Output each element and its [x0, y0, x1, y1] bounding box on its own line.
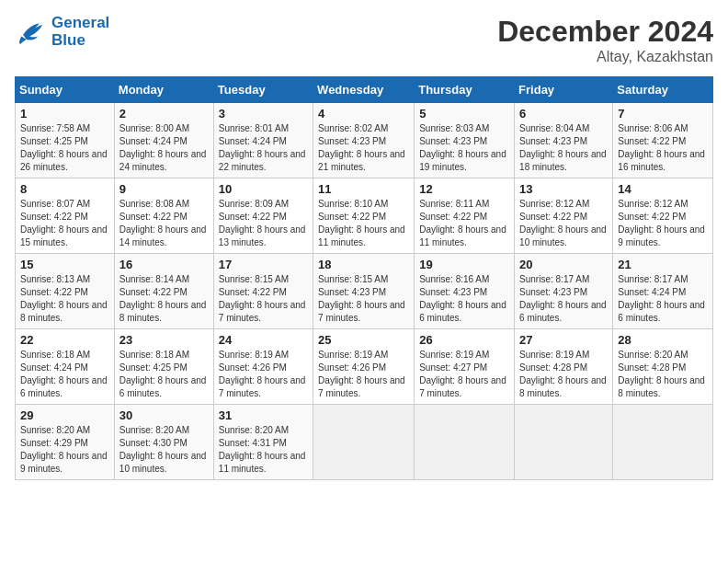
day-info: Sunrise: 8:15 AM Sunset: 4:22 PM Dayligh… — [219, 273, 308, 325]
day-number: 15 — [20, 258, 109, 271]
calendar-cell: 1Sunrise: 7:58 AM Sunset: 4:25 PM Daylig… — [16, 103, 115, 178]
day-info: Sunrise: 8:15 AM Sunset: 4:23 PM Dayligh… — [318, 273, 409, 325]
calendar-cell — [613, 405, 713, 480]
day-number: 26 — [419, 333, 509, 347]
weekday-header-cell: Friday — [515, 77, 613, 103]
day-info: Sunrise: 8:20 AM Sunset: 4:28 PM Dayligh… — [618, 349, 708, 400]
day-info: Sunrise: 8:01 AM Sunset: 4:24 PM Dayligh… — [219, 122, 308, 174]
calendar-cell: 3Sunrise: 8:01 AM Sunset: 4:24 PM Daylig… — [213, 103, 313, 178]
day-info: Sunrise: 8:17 AM Sunset: 4:24 PM Dayligh… — [618, 273, 708, 325]
calendar-cell — [415, 405, 515, 480]
day-info: Sunrise: 8:20 AM Sunset: 4:30 PM Dayligh… — [119, 424, 209, 476]
calendar-cell: 15Sunrise: 8:13 AM Sunset: 4:22 PM Dayli… — [16, 254, 115, 329]
day-info: Sunrise: 8:20 AM Sunset: 4:31 PM Dayligh… — [219, 424, 308, 476]
day-number: 27 — [519, 333, 608, 347]
day-number: 13 — [519, 182, 608, 196]
calendar-week-row: 15Sunrise: 8:13 AM Sunset: 4:22 PM Dayli… — [16, 254, 713, 329]
weekday-header-cell: Monday — [114, 77, 213, 103]
calendar-week-row: 1Sunrise: 7:58 AM Sunset: 4:25 PM Daylig… — [16, 103, 713, 178]
calendar-body: 1Sunrise: 7:58 AM Sunset: 4:25 PM Daylig… — [16, 103, 713, 480]
day-number: 9 — [119, 182, 209, 196]
logo-icon — [15, 18, 48, 46]
calendar-cell: 22Sunrise: 8:18 AM Sunset: 4:24 PM Dayli… — [16, 329, 115, 405]
day-number: 28 — [618, 333, 708, 347]
calendar-week-row: 22Sunrise: 8:18 AM Sunset: 4:24 PM Dayli… — [16, 329, 713, 405]
title-block: December 2024 Altay, Kazakhstan — [497, 15, 713, 65]
day-number: 11 — [318, 182, 409, 196]
day-number: 25 — [318, 333, 409, 347]
calendar-cell: 11Sunrise: 8:10 AM Sunset: 4:22 PM Dayli… — [313, 178, 415, 254]
day-number: 8 — [20, 182, 109, 196]
calendar-cell: 4Sunrise: 8:02 AM Sunset: 4:23 PM Daylig… — [313, 103, 415, 178]
day-number: 30 — [119, 408, 209, 422]
calendar-table: SundayMondayTuesdayWednesdayThursdayFrid… — [15, 76, 713, 480]
calendar-cell: 13Sunrise: 8:12 AM Sunset: 4:22 PM Dayli… — [515, 178, 613, 254]
day-number: 31 — [219, 408, 308, 422]
day-number: 24 — [219, 333, 308, 347]
day-info: Sunrise: 8:16 AM Sunset: 4:23 PM Dayligh… — [419, 273, 509, 325]
weekday-header-cell: Thursday — [415, 77, 515, 103]
logo-text: General Blue — [51, 15, 109, 49]
calendar-week-row: 29Sunrise: 8:20 AM Sunset: 4:29 PM Dayli… — [16, 405, 713, 480]
day-info: Sunrise: 8:19 AM Sunset: 4:28 PM Dayligh… — [519, 349, 608, 400]
calendar-cell: 20Sunrise: 8:17 AM Sunset: 4:23 PM Dayli… — [515, 254, 613, 329]
day-info: Sunrise: 8:04 AM Sunset: 4:23 PM Dayligh… — [519, 122, 608, 174]
calendar-cell: 9Sunrise: 8:08 AM Sunset: 4:22 PM Daylig… — [114, 178, 213, 254]
month-title: December 2024 — [497, 15, 713, 49]
day-info: Sunrise: 8:18 AM Sunset: 4:25 PM Dayligh… — [119, 349, 209, 400]
day-info: Sunrise: 8:11 AM Sunset: 4:22 PM Dayligh… — [419, 198, 509, 249]
calendar-cell: 8Sunrise: 8:07 AM Sunset: 4:22 PM Daylig… — [16, 178, 115, 254]
day-number: 22 — [20, 333, 109, 347]
calendar-cell — [313, 405, 415, 480]
day-number: 17 — [219, 258, 308, 271]
calendar-cell: 24Sunrise: 8:19 AM Sunset: 4:26 PM Dayli… — [213, 329, 313, 405]
day-info: Sunrise: 8:19 AM Sunset: 4:26 PM Dayligh… — [219, 349, 308, 400]
day-number: 20 — [519, 258, 608, 271]
day-info: Sunrise: 8:10 AM Sunset: 4:22 PM Dayligh… — [318, 198, 409, 249]
day-info: Sunrise: 8:19 AM Sunset: 4:27 PM Dayligh… — [419, 349, 509, 400]
day-info: Sunrise: 8:18 AM Sunset: 4:24 PM Dayligh… — [20, 349, 109, 400]
day-number: 14 — [618, 182, 708, 196]
day-info: Sunrise: 8:14 AM Sunset: 4:22 PM Dayligh… — [119, 273, 209, 325]
calendar-cell: 21Sunrise: 8:17 AM Sunset: 4:24 PM Dayli… — [613, 254, 713, 329]
day-number: 23 — [119, 333, 209, 347]
weekday-header-cell: Wednesday — [313, 77, 415, 103]
calendar-cell: 16Sunrise: 8:14 AM Sunset: 4:22 PM Dayli… — [114, 254, 213, 329]
calendar-cell: 25Sunrise: 8:19 AM Sunset: 4:26 PM Dayli… — [313, 329, 415, 405]
calendar-cell: 17Sunrise: 8:15 AM Sunset: 4:22 PM Dayli… — [213, 254, 313, 329]
calendar-cell: 6Sunrise: 8:04 AM Sunset: 4:23 PM Daylig… — [515, 103, 613, 178]
calendar-cell: 30Sunrise: 8:20 AM Sunset: 4:30 PM Dayli… — [114, 405, 213, 480]
day-number: 19 — [419, 258, 509, 271]
calendar-cell — [515, 405, 613, 480]
day-number: 4 — [318, 107, 409, 121]
weekday-header-cell: Sunday — [16, 77, 115, 103]
weekday-header-cell: Tuesday — [213, 77, 313, 103]
day-number: 6 — [519, 107, 608, 121]
day-info: Sunrise: 8:03 AM Sunset: 4:23 PM Dayligh… — [419, 122, 509, 174]
day-info: Sunrise: 8:12 AM Sunset: 4:22 PM Dayligh… — [618, 198, 708, 249]
calendar-cell: 19Sunrise: 8:16 AM Sunset: 4:23 PM Dayli… — [415, 254, 515, 329]
weekday-header-cell: Saturday — [613, 77, 713, 103]
logo: General Blue — [15, 15, 109, 49]
weekday-header-row: SundayMondayTuesdayWednesdayThursdayFrid… — [16, 77, 713, 103]
calendar-cell: 29Sunrise: 8:20 AM Sunset: 4:29 PM Dayli… — [16, 405, 115, 480]
day-info: Sunrise: 8:08 AM Sunset: 4:22 PM Dayligh… — [119, 198, 209, 249]
day-info: Sunrise: 8:09 AM Sunset: 4:22 PM Dayligh… — [219, 198, 308, 249]
calendar-cell: 23Sunrise: 8:18 AM Sunset: 4:25 PM Dayli… — [114, 329, 213, 405]
day-info: Sunrise: 8:19 AM Sunset: 4:26 PM Dayligh… — [318, 349, 409, 400]
calendar-cell: 2Sunrise: 8:00 AM Sunset: 4:24 PM Daylig… — [114, 103, 213, 178]
day-info: Sunrise: 8:00 AM Sunset: 4:24 PM Dayligh… — [119, 122, 209, 174]
day-info: Sunrise: 8:07 AM Sunset: 4:22 PM Dayligh… — [20, 198, 109, 249]
day-number: 2 — [119, 107, 209, 121]
day-number: 1 — [20, 107, 109, 121]
day-number: 7 — [618, 107, 708, 121]
calendar-cell: 27Sunrise: 8:19 AM Sunset: 4:28 PM Dayli… — [515, 329, 613, 405]
calendar-cell: 5Sunrise: 8:03 AM Sunset: 4:23 PM Daylig… — [415, 103, 515, 178]
day-number: 5 — [419, 107, 509, 121]
day-info: Sunrise: 8:13 AM Sunset: 4:22 PM Dayligh… — [20, 273, 109, 325]
day-number: 18 — [318, 258, 409, 271]
day-info: Sunrise: 8:06 AM Sunset: 4:22 PM Dayligh… — [618, 122, 708, 174]
calendar-cell: 31Sunrise: 8:20 AM Sunset: 4:31 PM Dayli… — [213, 405, 313, 480]
day-info: Sunrise: 8:12 AM Sunset: 4:22 PM Dayligh… — [519, 198, 608, 249]
calendar-cell: 10Sunrise: 8:09 AM Sunset: 4:22 PM Dayli… — [213, 178, 313, 254]
